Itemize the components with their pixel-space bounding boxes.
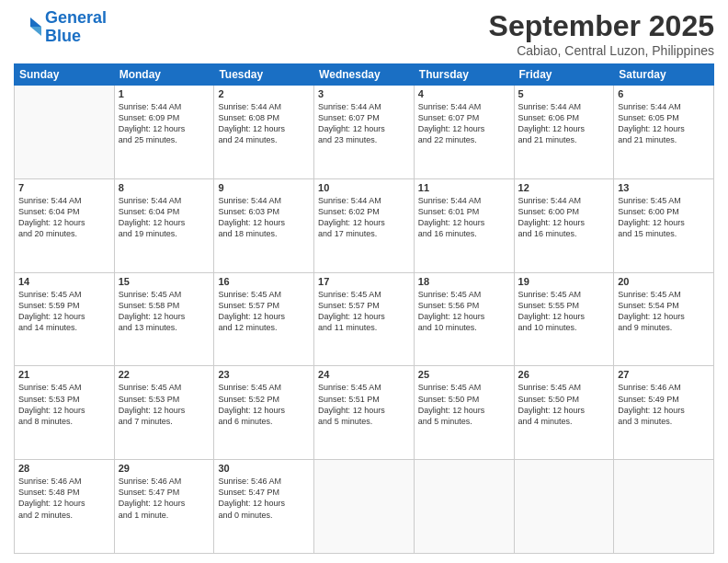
table-row: 3Sunrise: 5:44 AMSunset: 6:07 PMDaylight… [314, 86, 415, 179]
day-info: Sunrise: 5:45 AMSunset: 5:51 PMDaylight:… [318, 382, 410, 427]
day-number: 24 [318, 369, 410, 380]
table-row: 11Sunrise: 5:44 AMSunset: 6:01 PMDayligh… [414, 178, 514, 272]
day-number: 18 [418, 276, 510, 287]
table-row: 18Sunrise: 5:45 AMSunset: 5:56 PMDayligh… [414, 272, 514, 366]
day-number: 15 [119, 276, 210, 287]
day-number: 19 [518, 276, 610, 287]
day-info: Sunrise: 5:45 AMSunset: 5:50 PMDaylight:… [418, 382, 510, 427]
table-row: 14Sunrise: 5:45 AMSunset: 5:59 PMDayligh… [15, 272, 115, 366]
day-info: Sunrise: 5:44 AMSunset: 6:04 PMDaylight:… [119, 195, 210, 240]
table-row: 13Sunrise: 5:45 AMSunset: 6:00 PMDayligh… [614, 178, 714, 272]
day-number: 11 [418, 182, 510, 193]
day-number: 30 [218, 463, 310, 474]
table-row: 6Sunrise: 5:44 AMSunset: 6:05 PMDaylight… [614, 86, 714, 179]
day-info: Sunrise: 5:46 AMSunset: 5:47 PMDaylight:… [119, 476, 210, 521]
day-info: Sunrise: 5:45 AMSunset: 5:52 PMDaylight:… [218, 382, 310, 427]
month-title: September 2025 [489, 9, 714, 43]
day-number: 2 [218, 88, 310, 99]
day-number: 7 [18, 182, 110, 193]
day-number: 5 [518, 88, 610, 99]
day-info: Sunrise: 5:45 AMSunset: 5:56 PMDaylight:… [418, 289, 510, 334]
table-row: 27Sunrise: 5:46 AMSunset: 5:49 PMDayligh… [614, 366, 714, 460]
table-row: 26Sunrise: 5:45 AMSunset: 5:50 PMDayligh… [514, 366, 614, 460]
table-row [514, 460, 614, 554]
day-number: 20 [618, 276, 710, 287]
table-row [15, 86, 115, 179]
day-number: 26 [518, 369, 610, 380]
day-number: 27 [618, 369, 710, 380]
day-info: Sunrise: 5:45 AMSunset: 5:54 PMDaylight:… [618, 289, 710, 334]
header: General Blue September 2025 Cabiao, Cent… [14, 9, 714, 58]
day-number: 1 [119, 88, 210, 99]
table-row: 30Sunrise: 5:46 AMSunset: 5:47 PMDayligh… [214, 460, 314, 554]
svg-marker-0 [30, 17, 41, 27]
day-info: Sunrise: 5:44 AMSunset: 6:08 PMDaylight:… [218, 101, 310, 146]
table-row: 15Sunrise: 5:45 AMSunset: 5:58 PMDayligh… [114, 272, 214, 366]
day-info: Sunrise: 5:44 AMSunset: 6:05 PMDaylight:… [618, 101, 710, 146]
day-info: Sunrise: 5:46 AMSunset: 5:47 PMDaylight:… [218, 476, 310, 521]
calendar-week-row: 28Sunrise: 5:46 AMSunset: 5:48 PMDayligh… [15, 460, 714, 554]
calendar-header-row: Sunday Monday Tuesday Wednesday Thursday… [15, 64, 714, 86]
day-info: Sunrise: 5:44 AMSunset: 6:03 PMDaylight:… [218, 195, 310, 240]
table-row: 1Sunrise: 5:44 AMSunset: 6:09 PMDaylight… [114, 86, 214, 179]
table-row: 24Sunrise: 5:45 AMSunset: 5:51 PMDayligh… [314, 366, 415, 460]
table-row: 22Sunrise: 5:45 AMSunset: 5:53 PMDayligh… [114, 366, 214, 460]
table-row: 12Sunrise: 5:44 AMSunset: 6:00 PMDayligh… [514, 178, 614, 272]
table-row: 25Sunrise: 5:45 AMSunset: 5:50 PMDayligh… [414, 366, 514, 460]
day-number: 13 [618, 182, 710, 193]
day-info: Sunrise: 5:44 AMSunset: 6:07 PMDaylight:… [318, 101, 410, 146]
day-info: Sunrise: 5:44 AMSunset: 6:07 PMDaylight:… [418, 101, 510, 146]
calendar-week-row: 1Sunrise: 5:44 AMSunset: 6:09 PMDaylight… [15, 86, 714, 179]
table-row: 5Sunrise: 5:44 AMSunset: 6:06 PMDaylight… [514, 86, 614, 179]
day-number: 22 [119, 369, 210, 380]
table-row [614, 460, 714, 554]
day-info: Sunrise: 5:44 AMSunset: 6:04 PMDaylight:… [18, 195, 110, 240]
svg-marker-1 [30, 27, 41, 36]
table-row: 20Sunrise: 5:45 AMSunset: 5:54 PMDayligh… [614, 272, 714, 366]
logo-icon [14, 14, 41, 41]
table-row: 17Sunrise: 5:45 AMSunset: 5:57 PMDayligh… [314, 272, 415, 366]
day-number: 10 [318, 182, 410, 193]
day-info: Sunrise: 5:44 AMSunset: 6:00 PMDaylight:… [518, 195, 610, 240]
day-number: 12 [518, 182, 610, 193]
col-wednesday: Wednesday [314, 64, 415, 86]
calendar-week-row: 21Sunrise: 5:45 AMSunset: 5:53 PMDayligh… [15, 366, 714, 460]
col-friday: Friday [514, 64, 614, 86]
logo: General Blue [14, 9, 107, 46]
table-row: 23Sunrise: 5:45 AMSunset: 5:52 PMDayligh… [214, 366, 314, 460]
day-number: 16 [218, 276, 310, 287]
table-row: 29Sunrise: 5:46 AMSunset: 5:47 PMDayligh… [114, 460, 214, 554]
day-number: 23 [218, 369, 310, 380]
day-info: Sunrise: 5:45 AMSunset: 5:59 PMDaylight:… [18, 289, 110, 334]
subtitle: Cabiao, Central Luzon, Philippines [489, 43, 714, 58]
day-number: 14 [18, 276, 110, 287]
logo-text: General Blue [45, 9, 107, 46]
day-number: 4 [418, 88, 510, 99]
day-number: 17 [318, 276, 410, 287]
table-row: 16Sunrise: 5:45 AMSunset: 5:57 PMDayligh… [214, 272, 314, 366]
day-number: 8 [119, 182, 210, 193]
day-number: 3 [318, 88, 410, 99]
table-row: 2Sunrise: 5:44 AMSunset: 6:08 PMDaylight… [214, 86, 314, 179]
day-info: Sunrise: 5:45 AMSunset: 5:57 PMDaylight:… [218, 289, 310, 334]
table-row: 10Sunrise: 5:44 AMSunset: 6:02 PMDayligh… [314, 178, 415, 272]
table-row: 4Sunrise: 5:44 AMSunset: 6:07 PMDaylight… [414, 86, 514, 179]
table-row: 8Sunrise: 5:44 AMSunset: 6:04 PMDaylight… [114, 178, 214, 272]
table-row: 19Sunrise: 5:45 AMSunset: 5:55 PMDayligh… [514, 272, 614, 366]
day-info: Sunrise: 5:45 AMSunset: 5:53 PMDaylight:… [119, 382, 210, 427]
day-info: Sunrise: 5:44 AMSunset: 6:06 PMDaylight:… [518, 101, 610, 146]
table-row: 9Sunrise: 5:44 AMSunset: 6:03 PMDaylight… [214, 178, 314, 272]
table-row: 28Sunrise: 5:46 AMSunset: 5:48 PMDayligh… [15, 460, 115, 554]
day-info: Sunrise: 5:45 AMSunset: 5:58 PMDaylight:… [119, 289, 210, 334]
day-info: Sunrise: 5:45 AMSunset: 5:50 PMDaylight:… [518, 382, 610, 427]
day-number: 9 [218, 182, 310, 193]
day-number: 25 [418, 369, 510, 380]
day-info: Sunrise: 5:44 AMSunset: 6:02 PMDaylight:… [318, 195, 410, 240]
day-number: 28 [18, 463, 110, 474]
table-row: 21Sunrise: 5:45 AMSunset: 5:53 PMDayligh… [15, 366, 115, 460]
col-sunday: Sunday [15, 64, 115, 86]
col-monday: Monday [114, 64, 214, 86]
day-info: Sunrise: 5:45 AMSunset: 5:55 PMDaylight:… [518, 289, 610, 334]
day-number: 29 [119, 463, 210, 474]
col-saturday: Saturday [614, 64, 714, 86]
